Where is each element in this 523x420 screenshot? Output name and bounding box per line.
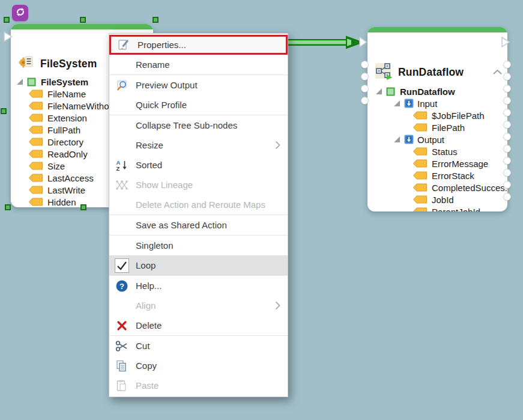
tree-root-row[interactable]: RunDataflow xyxy=(367,85,507,97)
tree-item-label: ParentJobId xyxy=(432,207,480,212)
menu-item-delete[interactable]: Delete xyxy=(109,315,288,335)
tree-group-row[interactable]: Input xyxy=(367,97,507,109)
selection-handle[interactable] xyxy=(1,108,7,114)
field-tag-icon xyxy=(29,186,43,194)
delete-icon xyxy=(115,318,129,333)
node-rundataflow[interactable]: RunDataflow RunDataflowInput$JobFilePath… xyxy=(367,27,507,212)
output-port-icon[interactable] xyxy=(501,36,511,50)
input-port-icon[interactable] xyxy=(3,31,13,45)
output-port[interactable] xyxy=(503,133,511,141)
field-tag-icon xyxy=(413,183,427,192)
field-tag-icon xyxy=(413,147,427,156)
field-tag-icon xyxy=(413,123,427,132)
menu-item-rename[interactable]: Rename xyxy=(109,55,288,75)
output-port[interactable] xyxy=(503,157,511,165)
input-port[interactable] xyxy=(361,73,369,81)
menu-item-icon-empty xyxy=(115,198,129,212)
expander-icon[interactable] xyxy=(17,79,23,85)
sync-badge[interactable] xyxy=(12,5,28,21)
field-tag-icon xyxy=(29,162,43,170)
lineage-icon xyxy=(115,178,129,192)
field-tag-icon xyxy=(29,174,43,182)
menu-item-save-as-shared-action[interactable]: Save as Shared Action xyxy=(109,215,288,235)
tree-item-label: Status xyxy=(432,147,458,157)
rundataflow-action-icon xyxy=(375,62,393,82)
menu-item-label: Rename xyxy=(136,59,288,70)
tree-field-row[interactable]: ParentJobId xyxy=(367,205,507,212)
output-port[interactable] xyxy=(503,169,511,177)
input-port[interactable] xyxy=(361,97,369,105)
tree-field-row[interactable]: FilePath xyxy=(367,121,507,133)
output-port[interactable] xyxy=(503,181,511,189)
selection-handle[interactable] xyxy=(4,17,10,23)
menu-item-loop[interactable]: Loop xyxy=(109,255,288,275)
output-port[interactable] xyxy=(503,109,511,117)
table-icon xyxy=(386,87,395,96)
menu-item-copy[interactable]: Copy xyxy=(109,356,288,376)
selection-handle[interactable] xyxy=(5,204,11,210)
output-port[interactable] xyxy=(503,145,511,153)
tree-field-row[interactable]: JobId xyxy=(367,193,507,205)
menu-item-label: Align xyxy=(136,300,275,311)
menu-item-resize[interactable]: Resize xyxy=(109,135,288,155)
output-port[interactable] xyxy=(503,61,511,68)
field-tag-icon xyxy=(29,138,43,146)
field-tag-icon xyxy=(29,90,43,98)
node-accent-bar xyxy=(11,24,153,29)
menu-item-delete-action-and-reroute-maps: Delete Action and Reroute Maps xyxy=(109,195,288,215)
tree-field-row[interactable]: $JobFilePath xyxy=(367,109,507,121)
flow-canvas: FileSystem FileSystemFileNameFileNameWit… xyxy=(0,0,523,420)
tree-field-row[interactable]: CompletedSucces... xyxy=(367,181,507,193)
tree-field-row[interactable]: Status xyxy=(367,145,507,157)
menu-item-singleton[interactable]: Singleton xyxy=(109,236,288,255)
selection-handle[interactable] xyxy=(153,17,159,23)
menu-item-properties[interactable]: Properties... xyxy=(109,35,288,55)
menu-item-icon-empty xyxy=(115,239,129,253)
menu-item-label: Help... xyxy=(136,281,288,291)
tree-item-label: LastAccess xyxy=(47,173,94,183)
field-tag-icon xyxy=(29,102,43,110)
input-port[interactable] xyxy=(361,61,369,68)
field-tag-icon xyxy=(413,171,427,180)
filesystem-action-icon xyxy=(18,54,35,73)
tree-item-label: ReadOnly xyxy=(47,149,88,159)
selection-handle[interactable] xyxy=(80,17,86,23)
expander-icon[interactable] xyxy=(394,136,400,142)
field-tag-icon xyxy=(413,207,427,212)
loop-checkbox[interactable] xyxy=(115,258,129,273)
menu-item-paste: Paste xyxy=(109,376,288,395)
menu-item-collapse-tree-sub-nodes[interactable]: Collapse Tree Sub-nodes xyxy=(109,115,288,135)
output-port[interactable] xyxy=(503,73,511,81)
menu-item-icon-empty xyxy=(115,299,129,313)
menu-item-label: Paste xyxy=(136,380,288,391)
input-port[interactable] xyxy=(361,85,369,93)
output-port[interactable] xyxy=(503,193,511,201)
sync-icon xyxy=(15,7,26,20)
output-port[interactable] xyxy=(503,97,511,105)
collapse-chevron-icon[interactable] xyxy=(492,67,503,78)
properties-icon xyxy=(116,38,131,52)
menu-item-quick-profile[interactable]: Quick Profile xyxy=(109,95,288,115)
svg-text:Z: Z xyxy=(116,165,120,171)
expander-icon[interactable] xyxy=(394,100,400,106)
menu-item-preview-output[interactable]: Preview Output xyxy=(109,75,288,95)
menu-item-show-lineage: Show Lineage xyxy=(109,175,288,195)
tree-item-label: FileName xyxy=(47,89,86,99)
tree-item-label: Input xyxy=(417,99,437,109)
tree-field-row[interactable]: ErrorMessage xyxy=(367,157,507,169)
output-port[interactable] xyxy=(503,121,511,129)
selection-handle[interactable] xyxy=(80,204,86,210)
output-port[interactable] xyxy=(503,85,511,93)
menu-item-icon-empty xyxy=(115,58,129,72)
menu-item-help[interactable]: ?Help... xyxy=(109,276,288,296)
field-tag-icon xyxy=(413,159,427,168)
field-tag-icon xyxy=(29,114,43,122)
tree-group-row[interactable]: Output xyxy=(367,133,507,145)
sort-az-icon: AZ xyxy=(115,158,129,172)
expander-icon[interactable] xyxy=(376,88,382,94)
menu-item-cut[interactable]: Cut xyxy=(109,336,288,356)
checkbox-checked-icon[interactable] xyxy=(115,258,129,273)
menu-item-sorted[interactable]: AZSorted xyxy=(109,155,288,175)
tree-field-row[interactable]: ErrorStack xyxy=(367,169,507,181)
menu-item-label: Delete xyxy=(136,320,288,330)
